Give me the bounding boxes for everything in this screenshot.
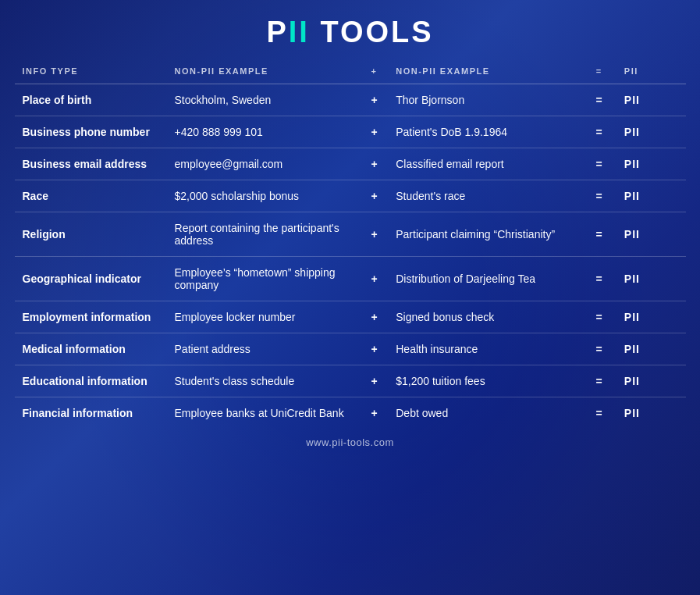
header-example2: NON-PII EXAMPLE bbox=[388, 62, 581, 84]
plus-icon: + bbox=[361, 212, 388, 257]
cell-example1: Employee’s “hometown” shipping company bbox=[167, 257, 361, 301]
pii-label: PII bbox=[616, 365, 686, 397]
table-row: Geographical indicator Employee’s “homet… bbox=[15, 257, 686, 301]
pii-label: PII bbox=[616, 116, 686, 148]
equals-icon: = bbox=[581, 333, 616, 365]
table-row: Place of birth Stockholm, Sweden + Thor … bbox=[15, 84, 686, 116]
cell-example2: Signed bonus check bbox=[388, 301, 581, 333]
plus-icon: + bbox=[361, 301, 388, 333]
cell-info-type: Business email address bbox=[15, 148, 167, 180]
pii-label: PII bbox=[616, 333, 686, 365]
header-info-type: INFO TYPE bbox=[15, 62, 167, 84]
cell-example1: $2,000 scholarship bonus bbox=[167, 180, 361, 212]
plus-icon: + bbox=[361, 257, 388, 301]
table-row: Financial information Employee banks at … bbox=[15, 397, 686, 429]
cell-example1: Report containing the participant's addr… bbox=[167, 212, 361, 257]
cell-info-type: Religion bbox=[15, 212, 167, 257]
title-prefix: P bbox=[266, 16, 288, 48]
cell-info-type: Educational information bbox=[15, 365, 167, 397]
cell-example1: Patient address bbox=[167, 333, 361, 365]
table-row: Business phone number +420 888 999 101 +… bbox=[15, 116, 686, 148]
equals-icon: = bbox=[581, 84, 616, 116]
table-row: Employment information Employee locker n… bbox=[15, 301, 686, 333]
cell-info-type: Financial information bbox=[15, 397, 167, 429]
equals-icon: = bbox=[581, 257, 616, 301]
cell-example1: Employee locker number bbox=[167, 301, 361, 333]
pii-label: PII bbox=[616, 84, 686, 116]
title-block: PII TOOLS bbox=[15, 16, 686, 49]
table-row: Business email address employee@gmail.co… bbox=[15, 148, 686, 180]
equals-icon: = bbox=[581, 365, 616, 397]
cell-example2: Classified email report bbox=[388, 148, 581, 180]
page-title: PII TOOLS bbox=[15, 16, 686, 49]
equals-icon: = bbox=[581, 212, 616, 257]
main-container: PII TOOLS INFO TYPE NON-PII EXAMPLE + NO… bbox=[15, 0, 686, 464]
cell-info-type: Race bbox=[15, 180, 167, 212]
table-row: Race $2,000 scholarship bonus + Student'… bbox=[15, 180, 686, 212]
pii-label: PII bbox=[616, 212, 686, 257]
plus-icon: + bbox=[361, 180, 388, 212]
cell-example2: Distribution of Darjeeling Tea bbox=[388, 257, 581, 301]
cell-example1: +420 888 999 101 bbox=[167, 116, 361, 148]
cell-example2: Thor Bjornson bbox=[388, 84, 581, 116]
cell-example2: Debt owed bbox=[388, 397, 581, 429]
plus-icon: + bbox=[361, 84, 388, 116]
equals-icon: = bbox=[581, 148, 616, 180]
cell-example2: Participant claiming “Christianity” bbox=[388, 212, 581, 257]
cell-example2: Health insurance bbox=[388, 333, 581, 365]
plus-icon: + bbox=[361, 116, 388, 148]
cell-example1: Employee banks at UniCredit Bank bbox=[167, 397, 361, 429]
cell-info-type: Geographical indicator bbox=[15, 257, 167, 301]
cell-example1: employee@gmail.com bbox=[167, 148, 361, 180]
header-pii: PII bbox=[616, 62, 686, 84]
header-plus: + bbox=[361, 62, 388, 84]
cell-example1: Student's class schedule bbox=[167, 365, 361, 397]
cell-example2: Patient's DoB 1.9.1964 bbox=[388, 116, 581, 148]
cell-example1: Stockholm, Sweden bbox=[167, 84, 361, 116]
pii-label: PII bbox=[616, 301, 686, 333]
pii-label: PII bbox=[616, 257, 686, 301]
equals-icon: = bbox=[581, 116, 616, 148]
pii-label: PII bbox=[616, 148, 686, 180]
pii-table: INFO TYPE NON-PII EXAMPLE + NON-PII EXAM… bbox=[15, 62, 686, 429]
title-suffix: TOOLS bbox=[310, 16, 434, 48]
pii-label: PII bbox=[616, 397, 686, 429]
title-highlight: II bbox=[289, 16, 310, 48]
cell-info-type: Medical information bbox=[15, 333, 167, 365]
cell-info-type: Place of birth bbox=[15, 84, 167, 116]
table-row: Religion Report containing the participa… bbox=[15, 212, 686, 257]
plus-icon: + bbox=[361, 333, 388, 365]
header-example1: NON-PII EXAMPLE bbox=[167, 62, 361, 84]
table-body: Place of birth Stockholm, Sweden + Thor … bbox=[15, 84, 686, 429]
table-row: Educational information Student's class … bbox=[15, 365, 686, 397]
cell-info-type: Business phone number bbox=[15, 116, 167, 148]
pii-label: PII bbox=[616, 180, 686, 212]
equals-icon: = bbox=[581, 397, 616, 429]
plus-icon: + bbox=[361, 365, 388, 397]
equals-icon: = bbox=[581, 180, 616, 212]
table-header-row: INFO TYPE NON-PII EXAMPLE + NON-PII EXAM… bbox=[15, 62, 686, 84]
equals-icon: = bbox=[581, 301, 616, 333]
plus-icon: + bbox=[361, 148, 388, 180]
cell-example2: $1,200 tuition fees bbox=[388, 365, 581, 397]
cell-example2: Student's race bbox=[388, 180, 581, 212]
footer: www.pii-tools.com bbox=[15, 436, 686, 448]
header-equals: = bbox=[581, 62, 616, 84]
table-wrapper: INFO TYPE NON-PII EXAMPLE + NON-PII EXAM… bbox=[15, 62, 686, 429]
cell-info-type: Employment information bbox=[15, 301, 167, 333]
footer-url: www.pii-tools.com bbox=[306, 436, 394, 448]
plus-icon: + bbox=[361, 397, 388, 429]
table-row: Medical information Patient address + He… bbox=[15, 333, 686, 365]
